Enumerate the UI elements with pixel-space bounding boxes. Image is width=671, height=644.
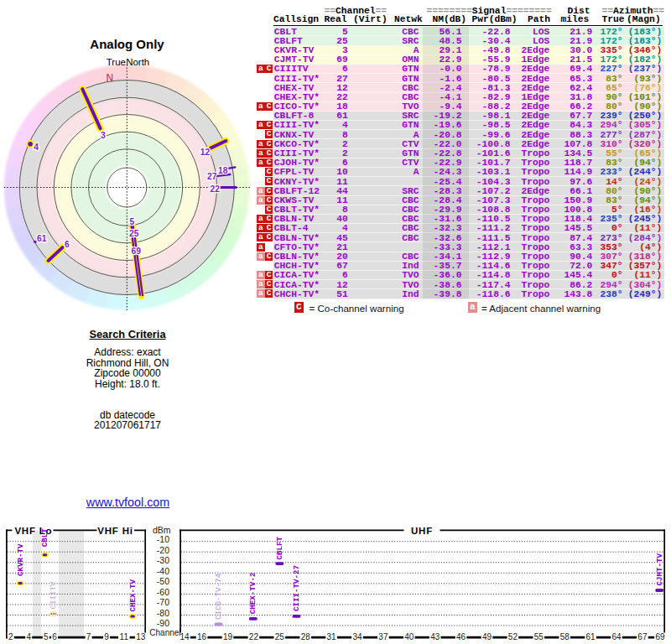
svg-text:43: 43 xyxy=(430,632,440,641)
svg-text:5: 5 xyxy=(44,632,49,641)
svg-text:22: 22 xyxy=(211,184,221,194)
svg-text:-80: -80 xyxy=(157,608,169,618)
svg-text:11: 11 xyxy=(120,632,129,641)
svg-text:58: 58 xyxy=(560,632,570,641)
svg-text:4: 4 xyxy=(26,632,31,641)
svg-text:19: 19 xyxy=(223,632,233,641)
svg-text:61: 61 xyxy=(37,234,47,243)
svg-text:46: 46 xyxy=(456,632,466,641)
svg-text:13: 13 xyxy=(136,632,146,641)
svg-text:12: 12 xyxy=(200,148,211,157)
svg-text:CBLT: CBLT xyxy=(40,528,49,548)
svg-text:37: 37 xyxy=(378,632,388,641)
svg-text:3: 3 xyxy=(101,131,106,140)
svg-text:6: 6 xyxy=(52,632,57,641)
svg-text:-30: -30 xyxy=(157,555,169,565)
svg-text:31: 31 xyxy=(327,632,337,641)
svg-text:67: 67 xyxy=(637,632,648,641)
svg-text:2: 2 xyxy=(8,632,13,641)
svg-text:52: 52 xyxy=(508,632,518,641)
svg-text:-10: -10 xyxy=(157,534,169,544)
svg-text:VHF Hi: VHF Hi xyxy=(97,526,133,536)
svg-text:34: 34 xyxy=(352,632,362,641)
svg-text:CIIITV: CIIITV xyxy=(49,581,58,610)
svg-text:61: 61 xyxy=(586,632,596,641)
svg-text:16: 16 xyxy=(197,632,207,641)
svg-text:CIII-TV-27: CIII-TV-27 xyxy=(292,565,301,611)
svg-text:7: 7 xyxy=(86,632,91,641)
svg-text:22: 22 xyxy=(249,632,259,641)
svg-text:Channel: Channel xyxy=(149,628,180,637)
svg-text:-40: -40 xyxy=(157,566,169,576)
svg-text:28: 28 xyxy=(301,632,311,641)
svg-text:25: 25 xyxy=(129,229,139,238)
svg-text:49: 49 xyxy=(482,632,492,641)
svg-text:6: 6 xyxy=(65,240,70,249)
svg-text:CKVR-TV: CKVR-TV xyxy=(16,543,25,576)
svg-text:CHEX-TV-2: CHEX-TV-2 xyxy=(248,573,257,615)
svg-text:-50: -50 xyxy=(157,576,169,586)
svg-text:40: 40 xyxy=(404,632,414,641)
svg-text:69: 69 xyxy=(132,247,142,256)
svg-text:69: 69 xyxy=(655,632,665,641)
svg-text:4: 4 xyxy=(34,143,39,152)
svg-text:25: 25 xyxy=(275,632,285,641)
svg-text:-20: -20 xyxy=(157,545,169,555)
svg-text:CJMT-TV: CJMT-TV xyxy=(655,553,664,585)
svg-text:55: 55 xyxy=(534,632,544,641)
svg-text:27: 27 xyxy=(207,172,217,181)
svg-text:-70: -70 xyxy=(157,597,169,607)
svg-text:-90: -90 xyxy=(157,618,169,628)
svg-text:14: 14 xyxy=(179,632,190,641)
svg-text:CICO-TV-74: CICO-TV-74 xyxy=(214,573,223,620)
svg-text:-60: -60 xyxy=(157,587,169,597)
svg-text:9: 9 xyxy=(104,632,109,641)
svg-text:5: 5 xyxy=(130,217,135,226)
svg-text:UHF: UHF xyxy=(411,526,433,536)
svg-text:N: N xyxy=(106,72,113,84)
svg-text:CBLFT: CBLFT xyxy=(275,536,284,559)
svg-text:18: 18 xyxy=(218,166,228,175)
svg-text:64: 64 xyxy=(611,632,622,641)
svg-text:CHEX-TV: CHEX-TV xyxy=(128,579,138,611)
